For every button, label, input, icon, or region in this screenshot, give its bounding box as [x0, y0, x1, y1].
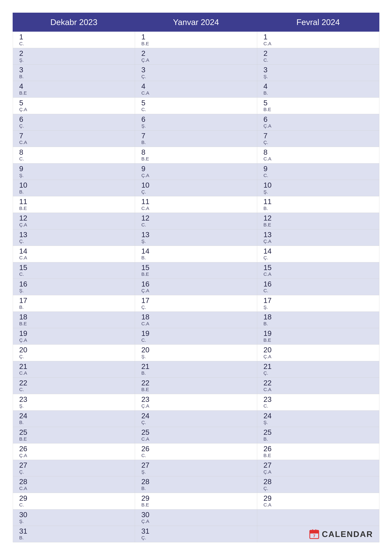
calendar-page: Dekabr 2023 Yanvar 2024 Fevral 2024 1C.1…	[0, 0, 392, 555]
day-num-month1-4: 4	[141, 82, 251, 90]
day-num-month1-1: 1	[141, 33, 251, 41]
day-num-month0-7: 7	[19, 132, 129, 140]
day-num-month1-14: 14	[141, 247, 251, 255]
day-label-month1-1: B.E	[141, 41, 251, 46]
day-num-month0-28: 28	[19, 478, 129, 486]
day-label-month0-29: C.	[19, 502, 129, 507]
cell-month0-day26: 26Ç.A	[13, 444, 135, 460]
day-num-month2-14: 14	[264, 247, 373, 255]
day-num-month1-6: 6	[141, 115, 251, 124]
cell-month2-day21: 21Ç.	[257, 361, 379, 378]
cell-month1-day14: 14B.	[135, 246, 257, 262]
day-label-month1-18: C.A	[141, 321, 251, 326]
day-num-month0-18: 18	[19, 313, 129, 321]
cell-month1-day1: 1B.E	[135, 31, 257, 48]
day-num-month0-11: 11	[19, 197, 129, 206]
day-label-month0-12: Ç.A	[19, 222, 129, 227]
day-label-month0-6: Ç.	[19, 123, 129, 128]
day-label-month1-29: B.E	[141, 502, 251, 507]
day-label-month2-13: Ç.A	[264, 239, 373, 244]
day-label-month2-4: B.	[264, 90, 373, 95]
day-num-month2-13: 13	[264, 231, 373, 239]
day-num-month2-10: 10	[264, 181, 373, 189]
cell-month0-day23: 23Ş.	[13, 394, 135, 410]
day-label-month2-2: C.	[264, 58, 373, 63]
day-label-month2-8: C.A	[264, 156, 373, 161]
cell-month1-day7: 7B.	[135, 130, 257, 147]
day-num-month0-24: 24	[19, 412, 129, 420]
day-label-month1-11: C.A	[141, 206, 251, 211]
day-num-month0-10: 10	[19, 181, 129, 189]
day-num-month1-24: 24	[141, 412, 251, 420]
cell-month0-day27: 27Ç.	[13, 460, 135, 476]
cell-month1-day17: 17Ç.	[135, 295, 257, 312]
day-label-month0-10: B.	[19, 189, 129, 194]
cell-month0-day14: 14C.A	[13, 246, 135, 262]
cell-month0-day9: 9Ş.	[13, 163, 135, 180]
day-num-month0-9: 9	[19, 165, 129, 173]
day-num-month1-28: 28	[141, 478, 251, 486]
day-label-month1-30: Ç.A	[141, 518, 251, 524]
day-label-month2-6: Ç.A	[264, 123, 373, 128]
cell-month1-day28: 28B.	[135, 476, 257, 493]
cell-month0-day15: 15C.	[13, 262, 135, 279]
day-num-month2-26: 26	[264, 445, 373, 453]
cell-month1-day8: 8B.E	[135, 147, 257, 163]
day-num-month2-24: 24	[264, 412, 373, 420]
day-num-month2-5: 5	[264, 99, 373, 107]
cell-month2-day23: 23C.	[257, 394, 379, 410]
cell-month2-day27: 27Ç.A	[257, 460, 379, 476]
cell-month0-day21: 21C.A	[13, 361, 135, 378]
cell-month1-day22: 22B.E	[135, 378, 257, 394]
cell-month0-day29: 29C.	[13, 493, 135, 509]
day-num-month0-17: 17	[19, 297, 129, 305]
day-label-month1-6: Ş.	[141, 123, 251, 128]
day-label-month1-28: B.	[141, 486, 251, 491]
day-label-month1-24: Ç.	[141, 420, 251, 425]
day-label-month0-1: C.	[19, 41, 129, 46]
day-num-month2-16: 16	[264, 280, 373, 288]
cell-month0-day20: 20Ç.	[13, 345, 135, 361]
day-num-month0-13: 13	[19, 231, 129, 239]
day-num-month2-18: 18	[264, 313, 373, 321]
day-label-month2-9: C.	[264, 173, 373, 178]
cell-month0-day18: 18B.E	[13, 312, 135, 328]
day-num-month1-15: 15	[141, 263, 251, 272]
cell-month2-day18: 18B.	[257, 312, 379, 328]
day-num-month1-10: 10	[141, 181, 251, 189]
cell-month1-day20: 20Ş.	[135, 345, 257, 361]
cell-month2-day8: 8C.A	[257, 147, 379, 163]
day-num-month2-28: 28	[264, 478, 373, 486]
day-label-month2-15: C.A	[264, 271, 373, 277]
day-label-month1-8: B.E	[141, 156, 251, 161]
cell-month1-day21: 21B.	[135, 361, 257, 378]
cell-month2-day6: 6Ç.A	[257, 114, 379, 130]
cell-month2-day28: 28Ç.	[257, 476, 379, 493]
day-num-month2-9: 9	[264, 165, 373, 173]
day-num-month1-2: 2	[141, 49, 251, 58]
cell-month2-day7: 7Ç.	[257, 130, 379, 147]
day-num-month1-21: 21	[141, 362, 251, 371]
day-label-month1-16: Ç.A	[141, 288, 251, 293]
day-label-month0-26: Ç.A	[19, 453, 129, 458]
cell-month2-day24: 24Ş.	[257, 410, 379, 427]
cell-month0-day3: 3B.	[13, 65, 135, 81]
day-num-month1-7: 7	[141, 132, 251, 140]
day-label-month0-17: B.	[19, 305, 129, 310]
day-num-month2-22: 22	[264, 379, 373, 387]
day-label-month1-17: Ç.	[141, 305, 251, 310]
day-label-month0-19: Ç.A	[19, 337, 129, 343]
cell-month1-day31: 31Ç.	[135, 526, 257, 542]
day-num-month2-17: 17	[264, 297, 373, 305]
cell-month1-day16: 16Ç.A	[135, 279, 257, 295]
day-label-month2-7: Ç.	[264, 140, 373, 145]
cell-month0-day19: 19Ç.A	[13, 328, 135, 345]
day-label-month2-10: Ş.	[264, 189, 373, 194]
day-num-month2-8: 8	[264, 148, 373, 156]
day-label-month2-24: Ş.	[264, 420, 373, 425]
day-label-month2-23: C.	[264, 403, 373, 409]
day-num-month0-5: 5	[19, 99, 129, 107]
day-label-month1-20: Ş.	[141, 354, 251, 359]
day-num-month2-23: 23	[264, 395, 373, 403]
day-label-month1-27: Ş.	[141, 469, 251, 475]
